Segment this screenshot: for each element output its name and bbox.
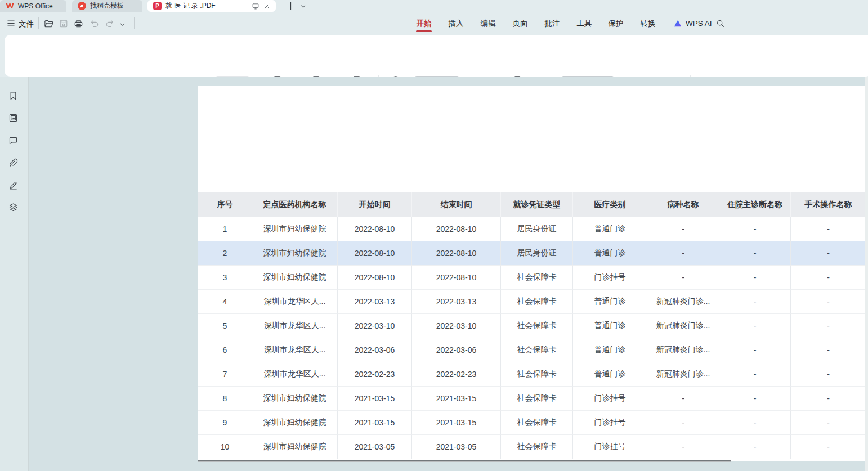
file-menu-button[interactable]: 文件 <box>19 19 34 29</box>
close-tab-icon[interactable] <box>263 3 270 10</box>
menu-item-insert[interactable]: 插入 <box>441 19 471 29</box>
table-row: 7深圳市龙华区人...2022-02-232022-02-23社会保障卡普通门诊… <box>198 362 866 387</box>
left-panel-sidebar <box>0 77 29 471</box>
search-icon[interactable] <box>716 19 724 28</box>
redo-icon[interactable] <box>105 20 115 28</box>
table-cell: - <box>719 387 791 411</box>
table-cell: 8 <box>198 387 252 411</box>
layers-panel-button[interactable] <box>6 200 20 214</box>
table-cell: 深圳市妇幼保健院 <box>252 266 338 290</box>
table-cell: - <box>719 290 791 314</box>
document-viewport[interactable]: 序号定点医药机构名称开始时间结束时间就诊凭证类型医疗类别病种名称住院主诊断名称手… <box>29 77 868 471</box>
menu-item-comment[interactable]: 批注 <box>537 19 567 29</box>
table-cell: 2022-02-23 <box>338 362 412 387</box>
wps-ai-label[interactable]: WPS AI <box>686 19 712 28</box>
table-cell: - <box>791 435 866 459</box>
table-cell: - <box>719 314 791 338</box>
table-cell: 2022-08-10 <box>412 217 501 241</box>
wps-office-window: WPS Office 找稻壳模板 P 就 医 记 录 .PDF <box>0 0 868 471</box>
pdf-file-icon: P <box>153 2 162 10</box>
table-cell: 深圳市妇幼保健院 <box>252 241 338 266</box>
table-row: 10深圳市妇幼保健院2021-03-052021-03-05社会保障卡门诊挂号-… <box>198 435 866 459</box>
table-header-row: 序号定点医药机构名称开始时间结束时间就诊凭证类型医疗类别病种名称住院主诊断名称手… <box>198 192 866 217</box>
tab-docer-templates[interactable]: 找稻壳模板 <box>72 0 142 12</box>
table-row: 3深圳市妇幼保健院2022-08-102022-08-10社会保障卡门诊挂号--… <box>198 266 866 290</box>
tab-document-pdf[interactable]: P 就 医 记 录 .PDF <box>147 0 276 12</box>
table-cell: - <box>791 362 866 387</box>
menu-bar: 文件 开始 插入 编辑 页面 批注 工具 保护 转换 <box>0 12 868 34</box>
history-chevron-icon[interactable] <box>119 22 126 28</box>
tab-label: WPS Office <box>18 2 53 10</box>
table-row: 6深圳市龙华区人...2022-03-062022-03-06社会保障卡普通门诊… <box>198 338 866 362</box>
table-cell: 社会保障卡 <box>501 338 573 362</box>
table-row: 5深圳市龙华区人...2022-03-102022-03-10社会保障卡普通门诊… <box>198 314 866 338</box>
table-cell: 深圳市妇幼保健院 <box>252 387 338 411</box>
pdf-page: 序号定点医药机构名称开始时间结束时间就诊凭证类型医疗类别病种名称住院主诊断名称手… <box>198 86 866 461</box>
table-row: 9深圳市妇幼保健院2021-03-152021-03-15社会保障卡门诊挂号--… <box>198 411 866 435</box>
table-cell: - <box>791 217 866 241</box>
table-row: 4深圳市龙华区人...2022-03-132022-03-13社会保障卡普通门诊… <box>198 290 866 314</box>
comments-panel-button[interactable] <box>6 133 20 147</box>
table-cell: - <box>647 266 719 290</box>
signature-panel-button[interactable] <box>6 178 20 192</box>
table-cell: 10 <box>198 435 252 459</box>
column-header: 序号 <box>198 192 252 217</box>
table-cell: - <box>719 338 791 362</box>
table-cell: 2022-08-10 <box>338 241 412 266</box>
column-header: 手术操作名称 <box>791 192 866 217</box>
open-file-icon[interactable] <box>44 19 54 28</box>
wps-ai-icon[interactable] <box>673 20 682 28</box>
window-tab-bar: WPS Office 找稻壳模板 P 就 医 记 录 .PDF <box>0 0 868 12</box>
table-cell: 2022-08-10 <box>412 241 501 266</box>
table-cell: 居民身份证 <box>501 241 573 266</box>
save-icon[interactable] <box>59 19 68 28</box>
thumbnails-panel-button[interactable] <box>6 111 20 124</box>
table-cell: 4 <box>198 290 252 314</box>
print-icon[interactable] <box>74 19 83 28</box>
bookmarks-panel-button[interactable] <box>6 89 20 102</box>
menu-item-tools[interactable]: 工具 <box>569 19 599 29</box>
image-icon <box>8 113 19 123</box>
table-cell: 2022-03-10 <box>338 314 412 338</box>
table-cell: 2021-03-15 <box>338 387 412 411</box>
table-cell: 社会保障卡 <box>501 362 573 387</box>
table-cell: 2022-03-13 <box>338 290 412 314</box>
table-cell: 门诊挂号 <box>573 435 647 459</box>
menu-item-home[interactable]: 开始 <box>409 19 439 29</box>
table-cell: 2022-08-10 <box>338 217 412 241</box>
menu-item-convert[interactable]: 转换 <box>633 19 663 29</box>
table-cell: - <box>791 411 866 435</box>
table-cell: 2021-03-15 <box>412 387 501 411</box>
table-cell: 普通门诊 <box>573 338 647 362</box>
table-cell: 2022-02-23 <box>412 362 501 387</box>
table-cell: 社会保障卡 <box>501 266 573 290</box>
hamburger-icon[interactable] <box>7 20 15 27</box>
table-cell: 普通门诊 <box>573 290 647 314</box>
table-cell: 门诊挂号 <box>573 411 647 435</box>
bookmark-icon <box>8 91 19 101</box>
tab-list-chevron-icon[interactable] <box>300 3 306 10</box>
menu-item-page[interactable]: 页面 <box>505 19 535 29</box>
table-cell: - <box>791 338 866 362</box>
wps-logo-icon <box>6 2 14 10</box>
menu-item-edit[interactable]: 编辑 <box>473 19 503 29</box>
menu-item-protect[interactable]: 保护 <box>601 19 631 29</box>
table-cell: 新冠肺炎门诊... <box>647 290 719 314</box>
tab-wps-office[interactable]: WPS Office <box>0 0 66 12</box>
column-header: 定点医药机构名称 <box>252 192 338 217</box>
monitor-icon[interactable] <box>252 2 259 10</box>
table-cell: 普通门诊 <box>573 217 647 241</box>
table-cell: 2022-03-10 <box>412 314 501 338</box>
undo-icon[interactable] <box>90 20 99 28</box>
table-row: 2深圳市妇幼保健院2022-08-102022-08-10居民身份证普通门诊--… <box>198 241 866 266</box>
divider <box>134 17 135 29</box>
vertical-scrollbar[interactable] <box>865 77 868 471</box>
attachments-panel-button[interactable] <box>6 156 20 169</box>
table-cell: 9 <box>198 411 252 435</box>
divider <box>38 17 39 29</box>
new-tab-icon[interactable] <box>286 1 296 11</box>
column-header: 住院主诊断名称 <box>719 192 791 217</box>
table-cell: 2021-03-15 <box>412 411 501 435</box>
table-cell: 1 <box>198 217 252 241</box>
table-cell: - <box>647 435 719 459</box>
